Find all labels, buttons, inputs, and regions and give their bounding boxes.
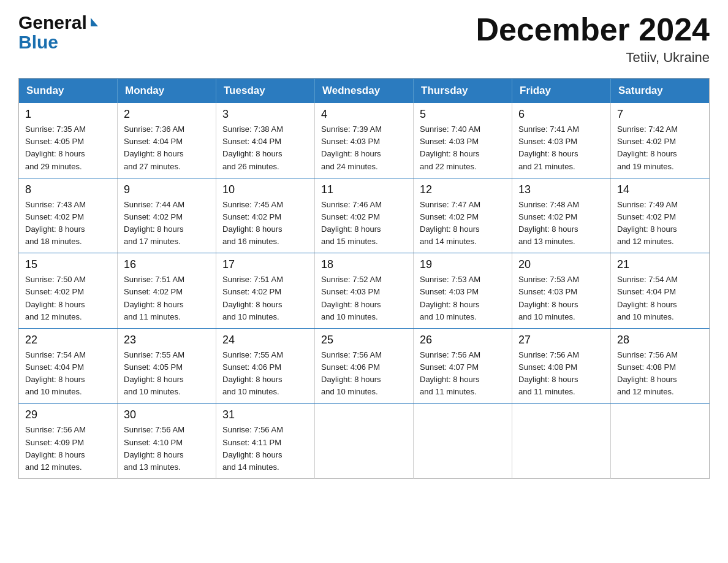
calendar-week-row: 22 Sunrise: 7:54 AM Sunset: 4:04 PM Dayl… bbox=[19, 328, 710, 404]
day-info: Sunrise: 7:54 AM Sunset: 4:04 PM Dayligh… bbox=[25, 349, 111, 399]
col-monday: Monday bbox=[118, 79, 216, 104]
day-number: 11 bbox=[321, 183, 407, 196]
day-number: 13 bbox=[518, 183, 604, 196]
table-row: 20 Sunrise: 7:53 AM Sunset: 4:03 PM Dayl… bbox=[512, 253, 611, 329]
day-number: 1 bbox=[25, 108, 111, 121]
calendar-week-row: 15 Sunrise: 7:50 AM Sunset: 4:02 PM Dayl… bbox=[19, 253, 710, 329]
day-number: 6 bbox=[518, 108, 604, 121]
table-row: 5 Sunrise: 7:40 AM Sunset: 4:03 PM Dayli… bbox=[414, 103, 512, 178]
table-row: 13 Sunrise: 7:48 AM Sunset: 4:02 PM Dayl… bbox=[512, 178, 611, 253]
table-row bbox=[512, 404, 611, 479]
day-number: 16 bbox=[124, 258, 210, 271]
table-row: 4 Sunrise: 7:39 AM Sunset: 4:03 PM Dayli… bbox=[315, 103, 414, 178]
day-info: Sunrise: 7:56 AM Sunset: 4:10 PM Dayligh… bbox=[124, 424, 210, 473]
logo-blue-text: Blue bbox=[18, 32, 58, 53]
day-info: Sunrise: 7:41 AM Sunset: 4:03 PM Dayligh… bbox=[518, 123, 604, 173]
day-info: Sunrise: 7:39 AM Sunset: 4:03 PM Dayligh… bbox=[321, 123, 407, 173]
day-number: 15 bbox=[25, 258, 111, 271]
logo: General Blue bbox=[18, 12, 98, 53]
table-row: 16 Sunrise: 7:51 AM Sunset: 4:02 PM Dayl… bbox=[118, 253, 216, 329]
table-row: 12 Sunrise: 7:47 AM Sunset: 4:02 PM Dayl… bbox=[414, 178, 512, 253]
day-info: Sunrise: 7:53 AM Sunset: 4:03 PM Dayligh… bbox=[420, 274, 506, 323]
calendar-week-row: 29 Sunrise: 7:56 AM Sunset: 4:09 PM Dayl… bbox=[19, 404, 710, 479]
page-header: General Blue December 2024 Tetiiv, Ukrai… bbox=[18, 12, 710, 66]
day-info: Sunrise: 7:50 AM Sunset: 4:02 PM Dayligh… bbox=[25, 274, 111, 323]
calendar-table: Sunday Monday Tuesday Wednesday Thursday… bbox=[18, 78, 710, 479]
col-friday: Friday bbox=[512, 79, 611, 104]
day-info: Sunrise: 7:42 AM Sunset: 4:02 PM Dayligh… bbox=[617, 123, 703, 173]
table-row: 24 Sunrise: 7:55 AM Sunset: 4:06 PM Dayl… bbox=[216, 328, 315, 404]
day-info: Sunrise: 7:44 AM Sunset: 4:02 PM Dayligh… bbox=[124, 199, 210, 248]
table-row: 3 Sunrise: 7:38 AM Sunset: 4:04 PM Dayli… bbox=[216, 103, 315, 178]
day-number: 17 bbox=[222, 258, 308, 271]
day-number: 31 bbox=[222, 408, 308, 421]
day-number: 2 bbox=[124, 108, 210, 121]
table-row bbox=[414, 404, 512, 479]
table-row: 18 Sunrise: 7:52 AM Sunset: 4:03 PM Dayl… bbox=[315, 253, 414, 329]
day-number: 19 bbox=[420, 258, 506, 271]
day-number: 4 bbox=[321, 108, 407, 121]
day-info: Sunrise: 7:53 AM Sunset: 4:03 PM Dayligh… bbox=[518, 274, 604, 323]
logo-triangle-icon bbox=[91, 18, 98, 26]
day-info: Sunrise: 7:56 AM Sunset: 4:07 PM Dayligh… bbox=[420, 349, 506, 399]
table-row: 23 Sunrise: 7:55 AM Sunset: 4:05 PM Dayl… bbox=[118, 328, 216, 404]
day-number: 3 bbox=[222, 108, 308, 121]
col-sunday: Sunday bbox=[19, 79, 118, 104]
day-info: Sunrise: 7:36 AM Sunset: 4:04 PM Dayligh… bbox=[124, 123, 210, 173]
day-info: Sunrise: 7:49 AM Sunset: 4:02 PM Dayligh… bbox=[617, 199, 703, 248]
day-info: Sunrise: 7:56 AM Sunset: 4:08 PM Dayligh… bbox=[518, 349, 604, 399]
day-number: 9 bbox=[124, 183, 210, 196]
title-area: December 2024 Tetiiv, Ukraine bbox=[476, 12, 710, 66]
day-number: 22 bbox=[25, 334, 111, 347]
day-info: Sunrise: 7:52 AM Sunset: 4:03 PM Dayligh… bbox=[321, 274, 407, 323]
day-info: Sunrise: 7:55 AM Sunset: 4:06 PM Dayligh… bbox=[222, 349, 308, 399]
day-info: Sunrise: 7:35 AM Sunset: 4:05 PM Dayligh… bbox=[25, 123, 111, 173]
table-row: 9 Sunrise: 7:44 AM Sunset: 4:02 PM Dayli… bbox=[118, 178, 216, 253]
month-title: December 2024 bbox=[476, 12, 710, 47]
day-info: Sunrise: 7:54 AM Sunset: 4:04 PM Dayligh… bbox=[617, 274, 703, 323]
day-info: Sunrise: 7:56 AM Sunset: 4:06 PM Dayligh… bbox=[321, 349, 407, 399]
table-row: 1 Sunrise: 7:35 AM Sunset: 4:05 PM Dayli… bbox=[19, 103, 118, 178]
day-info: Sunrise: 7:55 AM Sunset: 4:05 PM Dayligh… bbox=[124, 349, 210, 399]
day-number: 29 bbox=[25, 408, 111, 421]
day-number: 14 bbox=[617, 183, 703, 196]
table-row: 22 Sunrise: 7:54 AM Sunset: 4:04 PM Dayl… bbox=[19, 328, 118, 404]
day-info: Sunrise: 7:56 AM Sunset: 4:09 PM Dayligh… bbox=[25, 424, 111, 473]
table-row: 21 Sunrise: 7:54 AM Sunset: 4:04 PM Dayl… bbox=[611, 253, 710, 329]
calendar-week-row: 1 Sunrise: 7:35 AM Sunset: 4:05 PM Dayli… bbox=[19, 103, 710, 178]
table-row: 31 Sunrise: 7:56 AM Sunset: 4:11 PM Dayl… bbox=[216, 404, 315, 479]
day-info: Sunrise: 7:45 AM Sunset: 4:02 PM Dayligh… bbox=[222, 199, 308, 248]
day-number: 12 bbox=[420, 183, 506, 196]
day-info: Sunrise: 7:40 AM Sunset: 4:03 PM Dayligh… bbox=[420, 123, 506, 173]
day-info: Sunrise: 7:56 AM Sunset: 4:08 PM Dayligh… bbox=[617, 349, 703, 399]
table-row: 14 Sunrise: 7:49 AM Sunset: 4:02 PM Dayl… bbox=[611, 178, 710, 253]
day-number: 23 bbox=[124, 334, 210, 347]
table-row: 7 Sunrise: 7:42 AM Sunset: 4:02 PM Dayli… bbox=[611, 103, 710, 178]
day-info: Sunrise: 7:47 AM Sunset: 4:02 PM Dayligh… bbox=[420, 199, 506, 248]
day-info: Sunrise: 7:38 AM Sunset: 4:04 PM Dayligh… bbox=[222, 123, 308, 173]
logo-general-text: General bbox=[18, 12, 87, 33]
day-number: 8 bbox=[25, 183, 111, 196]
table-row: 15 Sunrise: 7:50 AM Sunset: 4:02 PM Dayl… bbox=[19, 253, 118, 329]
table-row bbox=[611, 404, 710, 479]
day-number: 10 bbox=[222, 183, 308, 196]
calendar-week-row: 8 Sunrise: 7:43 AM Sunset: 4:02 PM Dayli… bbox=[19, 178, 710, 253]
col-thursday: Thursday bbox=[414, 79, 512, 104]
table-row: 25 Sunrise: 7:56 AM Sunset: 4:06 PM Dayl… bbox=[315, 328, 414, 404]
day-number: 24 bbox=[222, 334, 308, 347]
day-number: 20 bbox=[518, 258, 604, 271]
location-text: Tetiiv, Ukraine bbox=[476, 50, 710, 66]
day-number: 27 bbox=[518, 334, 604, 347]
table-row: 30 Sunrise: 7:56 AM Sunset: 4:10 PM Dayl… bbox=[118, 404, 216, 479]
table-row: 8 Sunrise: 7:43 AM Sunset: 4:02 PM Dayli… bbox=[19, 178, 118, 253]
day-info: Sunrise: 7:51 AM Sunset: 4:02 PM Dayligh… bbox=[222, 274, 308, 323]
day-number: 5 bbox=[420, 108, 506, 121]
day-info: Sunrise: 7:51 AM Sunset: 4:02 PM Dayligh… bbox=[124, 274, 210, 323]
day-info: Sunrise: 7:43 AM Sunset: 4:02 PM Dayligh… bbox=[25, 199, 111, 248]
table-row: 29 Sunrise: 7:56 AM Sunset: 4:09 PM Dayl… bbox=[19, 404, 118, 479]
day-number: 26 bbox=[420, 334, 506, 347]
day-info: Sunrise: 7:46 AM Sunset: 4:02 PM Dayligh… bbox=[321, 199, 407, 248]
table-row: 17 Sunrise: 7:51 AM Sunset: 4:02 PM Dayl… bbox=[216, 253, 315, 329]
table-row: 10 Sunrise: 7:45 AM Sunset: 4:02 PM Dayl… bbox=[216, 178, 315, 253]
day-number: 25 bbox=[321, 334, 407, 347]
